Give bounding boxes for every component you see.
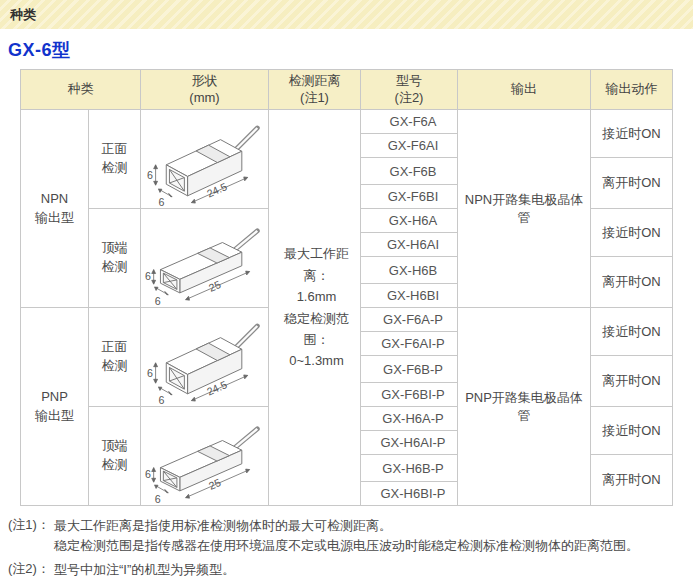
row-group-npn: NPN 输出型 <box>21 110 89 308</box>
distance-cell: 最大工作距离： 1.6mm 稳定检测范围： 0~1.3mm <box>269 110 361 506</box>
sensor-diagram-front-detection: 6 6 24.5 <box>143 308 267 406</box>
footnote-2-label: (注2)： <box>8 560 54 578</box>
shape-cell-front-npn: 6 6 24.5 <box>141 110 269 209</box>
action-cell: 离开时ON <box>591 455 673 506</box>
model-cell: GX-H6AI-P <box>361 431 458 455</box>
action-cell: 接近时ON <box>591 110 673 158</box>
output-cell-pnp: PNP开路集电极晶体管 <box>458 308 591 506</box>
shape-cell-top-pnp: 6 6 25 <box>141 407 269 506</box>
dim-height-label: 6 <box>146 367 152 379</box>
action-cell: 离开时ON <box>591 257 673 308</box>
model-cell: GX-F6A <box>361 110 458 134</box>
col-header-model: 型号 (注2) <box>361 70 458 110</box>
dim-width-label: 6 <box>158 394 164 406</box>
model-cell: GX-H6A-P <box>361 407 458 431</box>
page-title: GX-6型 <box>8 38 693 62</box>
dim-height-label: 6 <box>144 468 150 480</box>
footnote-1-line2: 稳定检测范围是指传感器在使用环境温度不定或电源电压波动时能稳定检测标准检测物体的… <box>54 536 693 556</box>
model-cell: GX-H6B <box>361 257 458 284</box>
col-header-shape: 形状 (mm) <box>141 70 269 110</box>
header-row: 种类 形状 (mm) 检测距离 (注1) 型号 (注2) 输出 输出动作 <box>21 70 673 110</box>
model-cell: GX-F6BI <box>361 185 458 209</box>
shape-cell-top-npn: 6 6 25 <box>141 209 269 308</box>
shape-cell-front-pnp: 6 6 24.5 <box>141 308 269 407</box>
table-row: NPN 输出型 正面 检测 <box>21 110 673 134</box>
detect-mode-top: 顶端 检测 <box>89 407 141 506</box>
detect-mode-front: 正面 检测 <box>89 110 141 209</box>
footnote-1-text: 最大工作距离是指使用标准检测物体时的最大可检测距离。 稳定检测范围是指传感器在使… <box>54 516 693 556</box>
sensor-diagram-top-detection: 6 6 25 <box>143 209 267 307</box>
model-cell: GX-H6AI <box>361 233 458 257</box>
footnotes: (注1)： 最大工作距离是指使用标准检测物体时的最大可检测距离。 稳定检测范围是… <box>8 516 693 580</box>
dim-height-label: 6 <box>144 270 150 282</box>
footnote-1-line1: 最大工作距离是指使用标准检测物体时的最大可检测距离。 <box>54 516 693 536</box>
dim-width-label: 6 <box>154 295 160 307</box>
col-header-action: 输出动作 <box>591 70 673 110</box>
footnote-2: (注2)： 型号中加注“I”的机型为异频型。 <box>8 560 693 580</box>
model-cell: GX-F6B-P <box>361 356 458 383</box>
model-cell: GX-F6A-P <box>361 308 458 332</box>
model-cell: GX-F6BI-P <box>361 383 458 407</box>
section-header-bar: 种类 <box>0 0 693 29</box>
dim-height-label: 6 <box>146 169 152 181</box>
section-header-label: 种类 <box>10 6 36 24</box>
col-header-output: 输出 <box>458 70 591 110</box>
action-cell: 接近时ON <box>591 308 673 356</box>
model-cell: GX-H6B-P <box>361 455 458 482</box>
model-cell: GX-H6BI <box>361 284 458 308</box>
dim-width-label: 6 <box>154 493 160 505</box>
dim-width-label: 6 <box>158 196 164 208</box>
spec-table: 种类 形状 (mm) 检测距离 (注1) 型号 (注2) 输出 输出动作 NPN… <box>20 69 673 506</box>
row-group-pnp: PNP 输出型 <box>21 308 89 506</box>
col-header-kind: 种类 <box>21 70 141 110</box>
model-cell: GX-H6A <box>361 209 458 233</box>
col-header-distance: 检测距离 (注1) <box>269 70 361 110</box>
detect-mode-front: 正面 检测 <box>89 308 141 407</box>
action-cell: 离开时ON <box>591 356 673 407</box>
model-cell: GX-H6BI-P <box>361 482 458 506</box>
model-cell: GX-F6B <box>361 158 458 185</box>
sensor-diagram-top-detection: 6 6 25 <box>143 407 267 505</box>
model-cell: GX-F6AI <box>361 134 458 158</box>
footnote-1: (注1)： 最大工作距离是指使用标准检测物体时的最大可检测距离。 稳定检测范围是… <box>8 516 693 556</box>
model-cell: GX-F6AI-P <box>361 332 458 356</box>
footnote-2-text: 型号中加注“I”的机型为异频型。 <box>54 560 693 580</box>
detect-mode-top: 顶端 检测 <box>89 209 141 308</box>
footnote-1-label: (注1)： <box>8 516 54 534</box>
action-cell: 接近时ON <box>591 209 673 257</box>
action-cell: 离开时ON <box>591 158 673 209</box>
output-cell-npn: NPN开路集电极晶体管 <box>458 110 591 308</box>
sensor-diagram-front-detection: 6 6 24.5 <box>143 110 267 208</box>
action-cell: 接近时ON <box>591 407 673 455</box>
